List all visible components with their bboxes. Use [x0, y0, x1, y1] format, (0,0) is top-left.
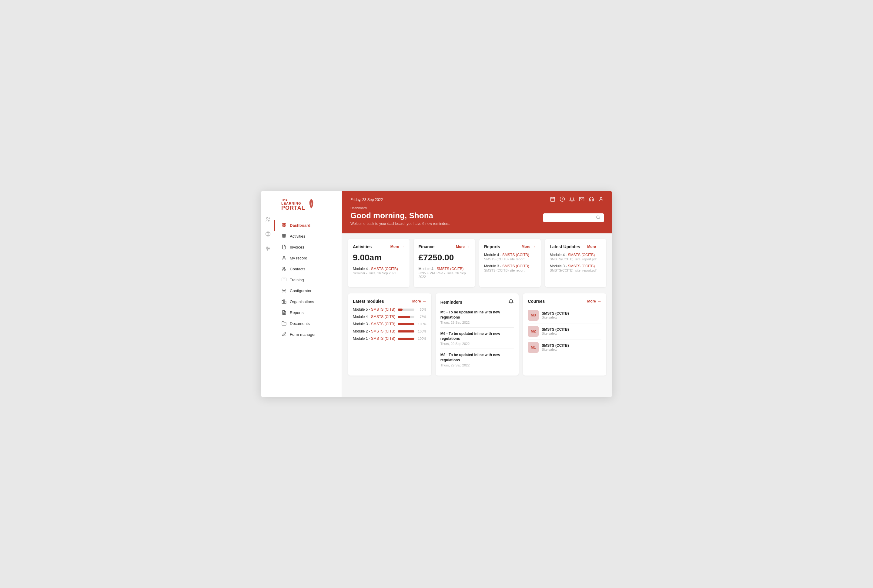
my-record-icon	[281, 255, 287, 261]
progress-bar-fill	[398, 309, 402, 310]
reminder-title: M8 - To be updated inline with new regul…	[441, 352, 514, 363]
contacts-icon	[281, 266, 287, 272]
sidebar-item-label-organisations: Organisations	[290, 300, 314, 304]
clock-icon[interactable]	[560, 196, 565, 203]
progress-bar-fill	[398, 330, 414, 333]
user-group-icon[interactable]	[264, 215, 272, 224]
header-breadcrumb: Dashboard	[350, 206, 450, 210]
sidebar-item-label-invoices: Invoices	[290, 245, 304, 249]
calendar-icon[interactable]	[550, 196, 555, 203]
logo-feather-icon	[308, 198, 315, 211]
svg-rect-21	[282, 301, 283, 303]
progress-bar-fill	[398, 338, 414, 340]
course-item: M1 SMSTS (CCITB) Site safety	[528, 339, 602, 355]
course-info: SMSTS (CCITB) Site safety	[542, 344, 568, 351]
latest-modules-more-arrow-icon: →	[422, 299, 426, 304]
header-date: Friday, 23 Sep 2022	[350, 198, 383, 202]
reminders-card: Reminders M5 - To be updated inline with…	[436, 293, 519, 375]
courses-card-title: Courses	[528, 299, 545, 304]
reminder-date: Thurs, 29 Sep 2022	[441, 321, 514, 324]
sidebar-item-form-manager[interactable]: Form manager	[275, 329, 342, 340]
latest-modules-more-button[interactable]: More →	[412, 299, 426, 304]
headset-icon[interactable]	[589, 196, 594, 203]
globe-icon[interactable]	[264, 230, 272, 238]
user-header-icon[interactable]	[598, 196, 604, 203]
progress-pct: 100%	[417, 330, 426, 333]
latest-updates-item-2: Module 3 - SMSTS (CCITB) SMSTS(CCITB)_si…	[550, 264, 602, 272]
sidebar-item-training[interactable]: Training	[275, 274, 342, 285]
sidebar-item-reports[interactable]: Reports	[275, 307, 342, 318]
course-sub: Site safety	[542, 348, 568, 351]
svg-rect-22	[284, 300, 285, 303]
bottom-cards-grid: Latest modules More → Module 5 - SMSTS (…	[342, 293, 612, 382]
sidebar-item-contacts[interactable]: Contacts	[275, 263, 342, 274]
reports-more-arrow-icon: →	[532, 244, 536, 249]
finance-big-value: £7250.00	[418, 253, 471, 262]
courses-more-button[interactable]: More →	[587, 299, 602, 304]
svg-point-0	[266, 218, 268, 219]
svg-point-6	[267, 247, 267, 248]
svg-point-8	[267, 249, 268, 250]
main-content: Friday, 23 Sep 2022	[342, 191, 612, 397]
reports-card-title: Reports	[484, 244, 500, 249]
activities-more-button[interactable]: More →	[390, 244, 405, 249]
sidebar-item-invoices[interactable]: Invoices	[275, 242, 342, 252]
reminder-title: M6 - To be updated inline with new regul…	[441, 331, 514, 342]
search-box[interactable]	[543, 213, 604, 222]
module-row: Module 3 - SMSTS (CITB) 100%	[353, 322, 426, 326]
latest-updates-item2-sub: SMSTS(CCITB)_site_report.pdf	[550, 268, 602, 272]
reminder-item: M6 - To be updated inline with new regul…	[441, 331, 514, 349]
sliders-icon[interactable]	[264, 244, 272, 253]
nav-menu: Dashboard Activities Invoices My record	[275, 220, 342, 340]
latest-updates-card-title: Latest Updates	[550, 244, 580, 249]
reminder-date: Thurs, 29 Sep 2022	[441, 363, 514, 367]
reports-item1-title: Module 4 - SMSTS (CCITB)	[484, 253, 536, 257]
course-items: M3 SMSTS (CCITB) Site safety M2 SMSTS (C…	[528, 308, 602, 355]
dashboard-icon	[281, 222, 287, 228]
bell-header-icon[interactable]	[569, 196, 575, 203]
svg-point-32	[600, 197, 602, 199]
progress-bar-fill	[398, 316, 410, 318]
sidebar-item-documents[interactable]: Documents	[275, 318, 342, 329]
module-row: Module 5 - SMSTS (CITB) 30%	[353, 308, 426, 312]
training-icon	[281, 277, 287, 282]
reminder-rows: M5 - To be updated inline with new regul…	[441, 310, 514, 370]
latest-updates-item-1: Module 4 - SMSTS (CCITB) SMSTS(CCITB)_si…	[550, 253, 602, 261]
svg-rect-9	[282, 224, 284, 225]
sidebar-item-dashboard[interactable]: Dashboard	[275, 220, 342, 231]
svg-rect-12	[284, 225, 286, 227]
activities-item-1: Module 4 - SMSTS (CCITB) Seminar - Tues,…	[353, 267, 405, 275]
reports-item2-title: Module 3 - SMSTS (CCITB)	[484, 264, 536, 268]
sidebar-icon-strip	[261, 191, 275, 397]
course-item: M3 SMSTS (CCITB) Site safety	[528, 308, 602, 323]
sidebar-item-organisations[interactable]: Organisations	[275, 296, 342, 307]
reports-more-button[interactable]: More →	[522, 244, 536, 249]
sidebar-item-activities[interactable]: Activities	[275, 231, 342, 242]
search-icon[interactable]	[596, 215, 600, 220]
sidebar-item-label-contacts: Contacts	[290, 267, 305, 271]
course-title: SMSTS (CCITB)	[542, 327, 568, 332]
finance-item-title: Module 4 - SMSTS (CCITB)	[418, 267, 471, 271]
progress-bar-bg	[398, 316, 414, 318]
reports-icon	[281, 310, 287, 315]
latest-updates-more-button[interactable]: More →	[587, 244, 602, 249]
sidebar-item-my-record[interactable]: My record	[275, 252, 342, 263]
course-item: M2 SMSTS (CCITB) Site safety	[528, 323, 602, 339]
search-input[interactable]	[547, 216, 596, 220]
invoices-icon	[281, 244, 287, 250]
progress-bar-bg	[398, 330, 414, 333]
svg-rect-11	[282, 225, 284, 227]
organisations-icon	[281, 299, 287, 304]
latest-modules-card: Latest modules More → Module 5 - SMSTS (…	[348, 293, 431, 375]
latest-updates-more-arrow-icon: →	[597, 244, 602, 249]
mail-icon[interactable]	[579, 196, 584, 203]
finance-more-button[interactable]: More →	[456, 244, 470, 249]
reminders-bell-icon	[508, 299, 514, 306]
sidebar-item-configurator[interactable]: Configurator	[275, 285, 342, 296]
reports-item-1: Module 4 - SMSTS (CCITB) SMSTS (CCITB) s…	[484, 253, 536, 261]
progress-bar-bg	[398, 338, 414, 340]
svg-point-7	[268, 248, 269, 249]
course-sub: Site safety	[542, 332, 568, 335]
sidebar-item-label-reports: Reports	[290, 310, 304, 315]
latest-updates-item1-title: Module 4 - SMSTS (CCITB)	[550, 253, 602, 257]
